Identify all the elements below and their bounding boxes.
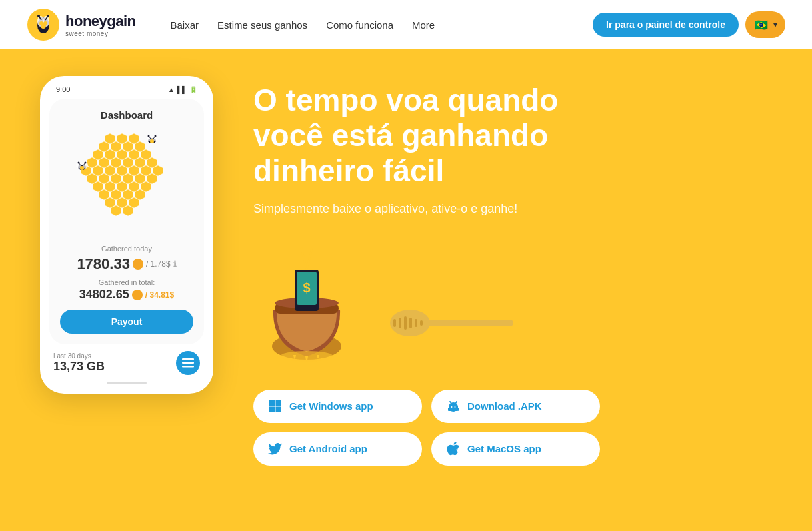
svg-rect-43 [427, 320, 513, 326]
nav-right: Ir para o painel de controle 🇧🇷 ▾ [593, 11, 785, 38]
last30-label: Last 30 days [53, 352, 105, 360]
phone-mockup: 9:00 ▲ ▌▌ 🔋 Dashboard [40, 63, 227, 531]
info-icon: ℹ [173, 259, 177, 269]
svg-rect-30 [182, 366, 194, 368]
svg-rect-65 [457, 408, 459, 411]
svg-text:$: $ [303, 280, 310, 295]
gathered-total: 34802.65 / 34.81$ [60, 288, 193, 302]
svg-rect-57 [449, 406, 458, 411]
coin-icon [133, 259, 143, 270]
svg-point-61 [456, 401, 457, 402]
svg-point-25 [78, 162, 80, 164]
btn-macos-label: Get MacOS app [467, 443, 541, 454]
nav-link-como[interactable]: Como funciona [326, 19, 393, 31]
nav-link-estime[interactable]: Estime seus ganhos [217, 19, 307, 31]
svg-rect-28 [182, 358, 194, 360]
phone-frame: 9:00 ▲ ▌▌ 🔋 Dashboard [40, 76, 213, 394]
svg-point-10 [47, 15, 49, 17]
btn-windows[interactable]: Get Windows app [253, 390, 422, 423]
download-buttons: Get Windows app [253, 390, 600, 466]
honey-pot-illustration: $ [253, 243, 360, 370]
logo[interactable]: honeygain sweet money [27, 8, 136, 41]
main-content: 9:00 ▲ ▌▌ 🔋 Dashboard [0, 49, 812, 531]
svg-point-19 [155, 135, 157, 137]
flag-icon: 🇧🇷 [753, 17, 769, 33]
apple-icon [446, 442, 461, 456]
btn-windows-label: Get Windows app [289, 400, 373, 412]
wifi-icon: ▲ [168, 86, 175, 93]
gathered-total-label: Gathered in total: [60, 278, 193, 286]
battery-icon: 🔋 [189, 86, 197, 93]
hamburger-icon [182, 358, 194, 368]
windows-icon [268, 399, 283, 414]
last30-section: Last 30 days 13,73 GB [53, 352, 105, 374]
total-coin-icon [132, 290, 143, 300]
honeycomb-svg [73, 129, 180, 232]
svg-point-15 [150, 139, 154, 143]
svg-point-17 [148, 135, 150, 137]
dashboard-button[interactable]: Ir para o painel de controle [593, 13, 739, 37]
btn-android[interactable]: Get Android app [253, 432, 422, 466]
total-value: 34802.65 [79, 288, 129, 302]
svg-rect-51 [269, 400, 275, 406]
twitter-bird-icon [268, 442, 283, 456]
gathered-amount: 1780.33 / 1.78$ ℹ [60, 255, 193, 273]
svg-rect-47 [404, 316, 407, 330]
svg-rect-29 [182, 362, 194, 364]
svg-point-34 [280, 351, 333, 362]
svg-rect-52 [276, 400, 282, 406]
btn-apk[interactable]: Download .APK [431, 390, 600, 423]
gathered-today-label: Gathered today [60, 245, 193, 253]
chevron-down-icon: ▾ [773, 20, 777, 29]
navbar: honeygain sweet money Baixar Estime seus… [0, 0, 812, 49]
btn-android-label: Get Android app [289, 443, 367, 454]
right-content: O tempo voa quando você está ganhando di… [253, 63, 772, 531]
svg-rect-49 [415, 319, 417, 327]
hero-subtitle: Simplesmente baixe o aplicativo, ative-o… [253, 202, 772, 216]
nav-link-baixar[interactable]: Baixar [171, 19, 199, 31]
svg-point-6 [41, 23, 46, 29]
menu-button[interactable] [176, 351, 200, 375]
phone-dashboard-title: Dashboard [60, 109, 193, 121]
nav-links: Baixar Estime seus ganhos Como funciona … [171, 19, 572, 31]
svg-point-27 [85, 162, 87, 164]
total-usd: / 34.81$ [145, 290, 174, 300]
logo-name: honeygain [65, 13, 136, 30]
status-icons: ▲ ▌▌ 🔋 [168, 86, 197, 93]
payout-button[interactable]: Payout [60, 310, 193, 334]
phone-status-bar: 9:00 ▲ ▌▌ 🔋 [49, 85, 204, 99]
svg-rect-64 [448, 408, 449, 411]
svg-rect-45 [393, 319, 396, 327]
svg-point-63 [455, 406, 456, 408]
svg-point-60 [449, 401, 451, 402]
phone-bottom: Last 30 days 13,73 GB [49, 344, 204, 375]
svg-rect-48 [409, 318, 412, 328]
android-icon [446, 399, 461, 414]
svg-rect-54 [276, 406, 282, 412]
svg-marker-11 [75, 130, 85, 141]
svg-rect-50 [420, 320, 423, 326]
gathered-value: 1780.33 [77, 255, 130, 273]
svg-point-9 [37, 15, 40, 17]
honey-dipper-illustration [373, 303, 520, 343]
gathered-usd: / 1.78$ [146, 259, 171, 269]
scroll-indicator [107, 382, 147, 384]
phone-screen: Dashboard [49, 99, 204, 344]
svg-rect-46 [399, 318, 401, 328]
language-selector[interactable]: 🇧🇷 ▾ [745, 11, 785, 38]
logo-icon [27, 8, 60, 41]
honeycomb-illustration [60, 129, 193, 235]
illustration-area: $ [253, 236, 772, 370]
phone-time: 9:00 [56, 85, 70, 93]
gb-value: 13,73 GB [53, 360, 105, 374]
logo-tagline: sweet money [65, 30, 136, 37]
svg-point-23 [80, 166, 84, 170]
svg-point-62 [451, 406, 453, 408]
btn-apk-label: Download .APK [467, 400, 542, 412]
btn-macos[interactable]: Get MacOS app [431, 432, 600, 466]
signal-icon: ▌▌ [177, 86, 187, 93]
hero-title: O tempo voa quando você está ganhando di… [253, 83, 600, 189]
svg-rect-53 [269, 406, 275, 412]
nav-link-more[interactable]: More [412, 19, 435, 31]
